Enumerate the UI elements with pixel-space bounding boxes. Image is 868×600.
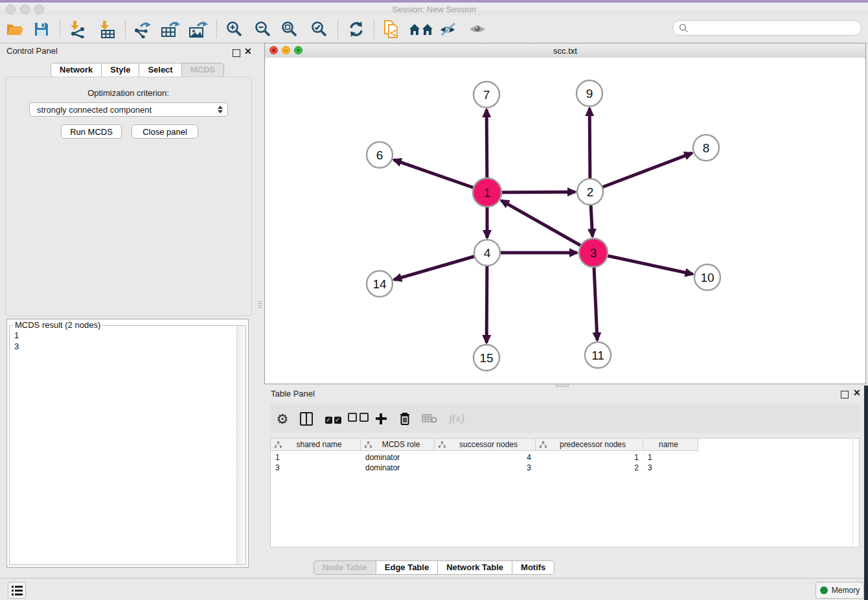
function-builder-button[interactable]: f(x) bbox=[444, 408, 470, 429]
automation-panel-button[interactable] bbox=[8, 582, 26, 599]
list-icon bbox=[12, 586, 23, 595]
toolbar-separator bbox=[216, 20, 217, 38]
run-mcds-button[interactable]: Run MCDS bbox=[61, 124, 122, 139]
unselect-all-columns-button[interactable] bbox=[347, 408, 370, 429]
result-scrollbar[interactable] bbox=[236, 326, 246, 564]
cell-predecessor-nodes[interactable]: 2 bbox=[536, 463, 643, 473]
delete-table-button[interactable] bbox=[419, 408, 440, 429]
graph-node-label-1: 1 bbox=[484, 186, 491, 200]
table-type-tabs: Node Table Edge Table Network Table Moti… bbox=[0, 560, 868, 575]
cell-name[interactable]: 3 bbox=[643, 463, 698, 473]
control-panel-float-button[interactable] bbox=[233, 48, 240, 60]
search-icon bbox=[679, 23, 689, 33]
graph-edge-2-8[interactable] bbox=[590, 153, 692, 192]
zoom-fit-button[interactable] bbox=[279, 18, 301, 40]
tab-motifs[interactable]: Motifs bbox=[512, 560, 554, 575]
graph-edge-3-1[interactable] bbox=[501, 200, 593, 253]
select-all-columns-button[interactable]: ✓✓ bbox=[321, 408, 345, 429]
cell-mcds-role[interactable]: dominator bbox=[361, 452, 435, 463]
open-folder-icon bbox=[6, 21, 24, 37]
network-canvas[interactable]: 7968124314101511 bbox=[266, 58, 865, 383]
zoom-fit-icon bbox=[281, 21, 298, 38]
hide-selected-button[interactable] bbox=[437, 18, 459, 40]
column-header-name[interactable]: name bbox=[643, 439, 698, 451]
cell-successor-nodes[interactable]: 3 bbox=[435, 463, 536, 473]
zoom-out-button[interactable] bbox=[252, 18, 274, 40]
save-session-button[interactable] bbox=[30, 18, 52, 40]
memory-button[interactable]: Memory bbox=[816, 582, 864, 599]
cell-predecessor-nodes[interactable]: 1 bbox=[536, 452, 643, 463]
zoom-selected-button[interactable] bbox=[308, 18, 330, 40]
trash-icon bbox=[398, 411, 411, 426]
search-input[interactable] bbox=[689, 23, 861, 34]
tab-mcds[interactable]: MCDS bbox=[182, 63, 224, 77]
import-table-icon bbox=[98, 20, 116, 38]
export-table-button[interactable] bbox=[159, 18, 181, 40]
network-window-titlebar[interactable]: ✕ − + scc.txt bbox=[265, 43, 865, 58]
zoom-in-icon bbox=[226, 21, 243, 38]
vertical-splitter-grip[interactable] bbox=[257, 297, 263, 312]
split-view-button[interactable] bbox=[296, 408, 317, 429]
graph-node-label-14: 14 bbox=[372, 277, 387, 291]
column-header-shared-name[interactable]: shared name bbox=[271, 439, 361, 451]
show-hidden-button[interactable] bbox=[466, 18, 488, 40]
export-network-button[interactable] bbox=[131, 18, 153, 40]
graph-node-label-8: 8 bbox=[703, 141, 710, 155]
export-image-button[interactable] bbox=[187, 18, 209, 40]
zoom-selected-icon bbox=[311, 21, 328, 38]
delete-column-button[interactable] bbox=[394, 408, 415, 429]
graph-node-label-9: 9 bbox=[586, 87, 593, 100]
tab-network[interactable]: Network bbox=[51, 63, 102, 77]
import-table-button[interactable] bbox=[96, 18, 118, 40]
control-panel-tabs: Network Style Select MCDS bbox=[51, 63, 224, 77]
export-network-icon bbox=[133, 20, 151, 38]
create-column-button[interactable] bbox=[371, 408, 391, 429]
table-settings-button[interactable]: ⚙ bbox=[272, 408, 293, 429]
desktop-strip-right bbox=[864, 386, 868, 600]
mcds-result-list[interactable]: 1 3 bbox=[14, 330, 19, 352]
mcds-result-fieldset: MCDS result (2 nodes) 1 3 bbox=[9, 325, 246, 565]
column-header-predecessor-nodes[interactable]: predecessor nodes bbox=[536, 439, 643, 451]
cell-shared-name[interactable]: 3 bbox=[271, 463, 361, 473]
memory-status-dot bbox=[820, 586, 828, 594]
close-panel-button[interactable]: Close panel bbox=[131, 124, 198, 139]
cell-mcds-role[interactable]: dominator bbox=[361, 463, 435, 473]
main-toolbar bbox=[0, 15, 868, 43]
search-field[interactable] bbox=[672, 20, 862, 36]
column-header-successor-nodes[interactable]: successor nodes bbox=[435, 439, 536, 451]
column-header-icon bbox=[275, 441, 282, 448]
control-panel-title: Control Panel bbox=[6, 46, 58, 56]
column-header-icon bbox=[365, 441, 372, 448]
table-scrollbar[interactable] bbox=[852, 439, 853, 547]
import-network-button[interactable] bbox=[66, 18, 88, 40]
export-image-icon bbox=[188, 20, 208, 38]
cell-name[interactable]: 1 bbox=[643, 452, 698, 463]
cell-successor-nodes[interactable]: 4 bbox=[435, 452, 536, 463]
graph-edge-4-14[interactable] bbox=[394, 253, 487, 280]
zoom-out-icon bbox=[255, 21, 271, 38]
float-icon bbox=[841, 391, 849, 398]
refresh-button[interactable] bbox=[345, 18, 367, 40]
clone-network-icon bbox=[383, 19, 401, 39]
graph-edge-3-10[interactable] bbox=[593, 253, 693, 274]
table-panel-close-button[interactable]: ✕ bbox=[853, 389, 861, 396]
eye-slash-icon bbox=[439, 21, 457, 37]
tab-select[interactable]: Select bbox=[139, 63, 181, 77]
zoom-in-button[interactable] bbox=[223, 18, 246, 40]
tab-edge-table[interactable]: Edge Table bbox=[376, 560, 438, 575]
column-label: MCDS role bbox=[372, 440, 434, 449]
open-session-button[interactable] bbox=[4, 18, 26, 40]
cell-shared-name[interactable]: 1 bbox=[271, 452, 361, 463]
control-panel-close-button[interactable]: ✕ bbox=[244, 48, 252, 54]
export-table-icon bbox=[161, 20, 180, 38]
show-all-networks-button[interactable] bbox=[408, 18, 434, 40]
tab-style[interactable]: Style bbox=[102, 63, 139, 77]
tab-network-table[interactable]: Network Table bbox=[438, 560, 512, 575]
optimization-criterion-select[interactable]: strongly connected component bbox=[29, 102, 228, 117]
tab-node-table[interactable]: Node Table bbox=[314, 560, 376, 575]
clone-network-button[interactable] bbox=[381, 18, 403, 40]
column-header-mcds-role[interactable]: MCDS role bbox=[361, 439, 435, 451]
toolbar-separator bbox=[374, 20, 374, 38]
status-bar: Memory bbox=[0, 578, 868, 600]
table-panel-float-button[interactable] bbox=[841, 389, 849, 401]
